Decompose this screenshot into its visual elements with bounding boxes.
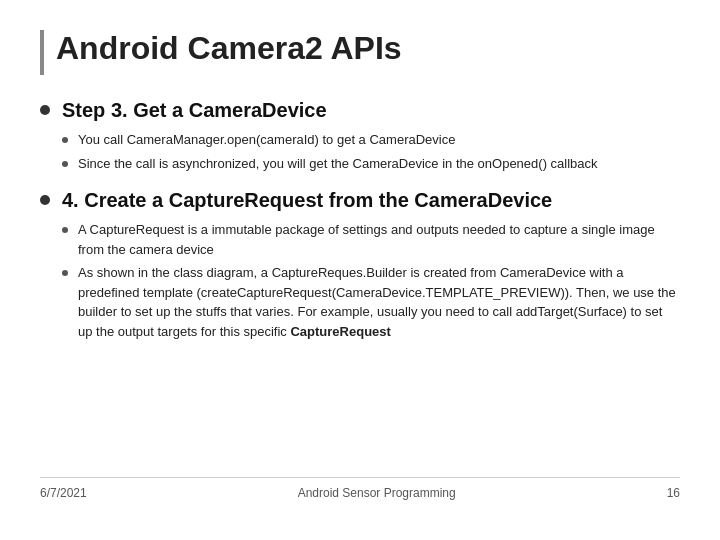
section2-bullet1-text: A CaptureRequest is a immutable package … (78, 220, 680, 259)
sub-bullet-dot (62, 137, 68, 143)
section2-heading: 4. Create a CaptureRequest from the Came… (62, 189, 680, 212)
sub-bullet-dot (62, 270, 68, 276)
slide-title: Android Camera2 APIs (40, 30, 680, 75)
list-item: You call CameraManager.open(cameraId) to… (62, 130, 680, 150)
list-item: A CaptureRequest is a immutable package … (62, 220, 680, 259)
section-2: 4. Create a CaptureRequest from the Came… (40, 189, 680, 341)
footer-title: Android Sensor Programming (298, 486, 456, 500)
section1-bullet2-text: Since the call is asynchronized, you wil… (78, 154, 680, 174)
list-item: As shown in the class diagram, a Capture… (62, 263, 680, 341)
section1-content: Step 3. Get a CameraDevice You call Came… (62, 99, 680, 173)
section1-bullets: You call CameraManager.open(cameraId) to… (62, 130, 680, 173)
section2-bullets: A CaptureRequest is a immutable package … (62, 220, 680, 341)
footer-page: 16 (667, 486, 680, 500)
list-item: Since the call is asynchronized, you wil… (62, 154, 680, 174)
section2-content: 4. Create a CaptureRequest from the Came… (62, 189, 680, 341)
capture-request-bold: CaptureRequest (290, 324, 390, 339)
content-area: Step 3. Get a CameraDevice You call Came… (40, 99, 680, 477)
sub-bullet-dot (62, 161, 68, 167)
footer-date: 6/7/2021 (40, 486, 87, 500)
section1-bullet (40, 105, 50, 115)
section2-bullet (40, 195, 50, 205)
section2-bullet2-text: As shown in the class diagram, a Capture… (78, 263, 680, 341)
footer: 6/7/2021 Android Sensor Programming 16 (40, 477, 680, 500)
slide: Android Camera2 APIs Step 3. Get a Camer… (0, 0, 720, 540)
section-1: Step 3. Get a CameraDevice You call Came… (40, 99, 680, 173)
section1-bullet1-text: You call CameraManager.open(cameraId) to… (78, 130, 680, 150)
section1-heading: Step 3. Get a CameraDevice (62, 99, 680, 122)
sub-bullet-dot (62, 227, 68, 233)
